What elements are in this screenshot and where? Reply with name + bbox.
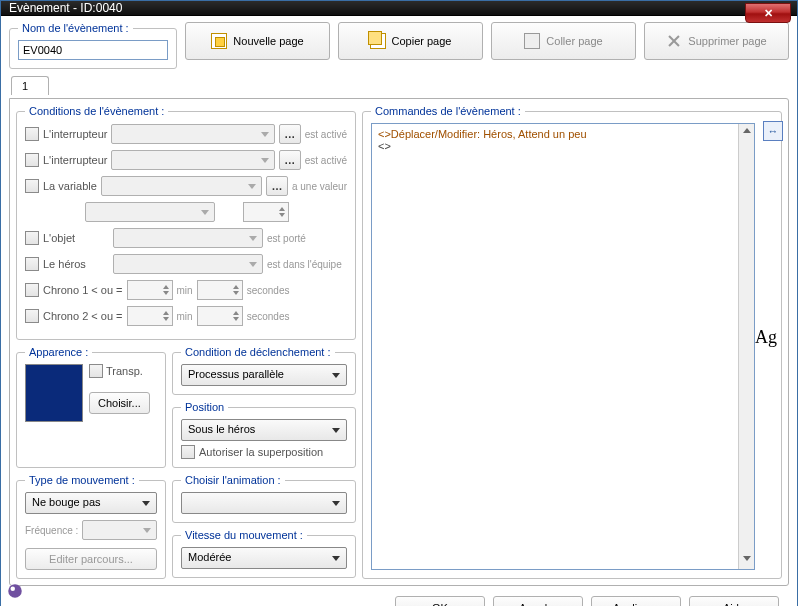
- variable-value-spin[interactable]: [243, 202, 289, 222]
- footer: OK Annuler Appliquer Aide: [9, 590, 789, 606]
- move-type-value: Ne bouge pas: [32, 496, 101, 508]
- ok-button[interactable]: OK: [395, 596, 485, 606]
- command-line-2[interactable]: <>: [378, 140, 748, 152]
- appearance-group: Apparence : Transp. Choisir...: [16, 346, 166, 468]
- variable-suffix: a une valeur: [292, 181, 347, 192]
- paste-page-button[interactable]: Coller page: [491, 22, 636, 60]
- top-row: Nom de l'évènement : Nouvelle page Copie…: [9, 22, 789, 69]
- speed-select[interactable]: Modérée: [181, 547, 347, 569]
- commands-legend: Commandes de l'évènement :: [371, 105, 525, 117]
- event-name-legend: Nom de l'évènement :: [18, 22, 133, 34]
- switch1-select[interactable]: [111, 124, 274, 144]
- commands-list[interactable]: <>Déplacer/Modifier: Héros, Attend un pe…: [371, 123, 755, 570]
- move-type-select[interactable]: Ne bouge pas: [25, 492, 157, 514]
- hero-select[interactable]: [113, 254, 263, 274]
- app-corner-icon: [6, 582, 24, 600]
- tab-1[interactable]: 1: [11, 76, 49, 95]
- tab-1-label: 1: [22, 80, 28, 92]
- event-name-input[interactable]: [18, 40, 168, 60]
- help-button[interactable]: Aide: [689, 596, 779, 606]
- tab-strip: 1: [11, 75, 789, 94]
- trigger-group: Condition de déclenchement : Processus p…: [172, 346, 356, 395]
- speed-group: Vitesse du mouvement : Modérée: [172, 529, 356, 578]
- timer1-check[interactable]: [25, 283, 39, 297]
- position-legend: Position: [181, 401, 228, 413]
- variable-select[interactable]: [101, 176, 262, 196]
- command-line-1[interactable]: <>Déplacer/Modifier: Héros, Attend un pe…: [378, 128, 748, 140]
- switch2-suffix: est activé: [305, 155, 347, 166]
- svg-point-1: [11, 587, 16, 592]
- speed-value: Modérée: [188, 551, 231, 563]
- variable-browse[interactable]: …: [266, 176, 288, 196]
- hero-suffix: est dans l'équipe: [267, 259, 342, 270]
- speed-legend: Vitesse du mouvement :: [181, 529, 307, 541]
- window-body: Nom de l'évènement : Nouvelle page Copie…: [1, 16, 797, 606]
- item-select[interactable]: [113, 228, 263, 248]
- ok-label: OK: [432, 602, 448, 606]
- switch2-check[interactable]: [25, 153, 39, 167]
- position-group: Position Sous le héros Autoriser la supe…: [172, 401, 356, 468]
- switch1-label: L'interrupteur: [43, 128, 107, 140]
- variable-check[interactable]: [25, 179, 39, 193]
- expand-commands-button[interactable]: ↔: [763, 121, 783, 141]
- scroll-down-icon: [743, 556, 751, 561]
- help-label: Aide: [723, 602, 745, 606]
- timer1-min[interactable]: [127, 280, 173, 300]
- freq-select[interactable]: [82, 520, 157, 540]
- timer1-min-lbl: min: [177, 285, 193, 296]
- paste-page-icon: [524, 33, 540, 49]
- apply-button[interactable]: Appliquer: [591, 596, 681, 606]
- transp-label: Transp.: [106, 365, 143, 377]
- overlap-label: Autoriser la superposition: [199, 446, 323, 458]
- trigger-select[interactable]: Processus parallèle: [181, 364, 347, 386]
- scroll-up-icon: [743, 128, 751, 133]
- conditions-group: Conditions de l'évènement : L'interrupte…: [16, 105, 356, 340]
- commands-group: Commandes de l'évènement : <>Déplacer/Mo…: [362, 105, 782, 579]
- variable-op-select[interactable]: [85, 202, 215, 222]
- edit-route-label: Editer parcours...: [49, 553, 133, 565]
- position-value: Sous le héros: [188, 423, 255, 435]
- event-name-group: Nom de l'évènement :: [9, 22, 177, 69]
- commands-scrollbar[interactable]: [738, 124, 754, 569]
- appearance-preview[interactable]: [25, 364, 83, 422]
- choose-graphic-label: Choisir...: [98, 397, 141, 409]
- switch1-check[interactable]: [25, 127, 39, 141]
- new-page-button[interactable]: Nouvelle page: [185, 22, 330, 60]
- timer2-min[interactable]: [127, 306, 173, 326]
- cancel-button[interactable]: Annuler: [493, 596, 583, 606]
- animation-group: Choisir l'animation :: [172, 474, 356, 523]
- delete-page-icon: [666, 33, 682, 49]
- left-column: Conditions de l'évènement : L'interrupte…: [16, 105, 356, 579]
- item-label: L'objet: [43, 232, 109, 244]
- delete-page-button[interactable]: Supprimer page: [644, 22, 789, 60]
- timer2-check[interactable]: [25, 309, 39, 323]
- timer2-sec-lbl: secondes: [247, 311, 290, 322]
- timer1-label: Chrono 1 < ou =: [43, 284, 123, 296]
- edit-route-button[interactable]: Editer parcours...: [25, 548, 157, 570]
- switch2-browse[interactable]: …: [279, 150, 301, 170]
- animation-select[interactable]: [181, 492, 347, 514]
- switch1-suffix: est activé: [305, 129, 347, 140]
- apply-label: Appliquer: [613, 602, 659, 606]
- timer2-min-lbl: min: [177, 311, 193, 322]
- timer1-sec[interactable]: [197, 280, 243, 300]
- switch1-browse[interactable]: …: [279, 124, 301, 144]
- appearance-legend: Apparence :: [25, 346, 92, 358]
- hero-check[interactable]: [25, 257, 39, 271]
- position-select[interactable]: Sous le héros: [181, 419, 347, 441]
- close-button[interactable]: ✕: [745, 3, 791, 23]
- switch2-select[interactable]: [111, 150, 274, 170]
- overlap-check[interactable]: [181, 445, 195, 459]
- trigger-legend: Condition de déclenchement :: [181, 346, 335, 358]
- choose-graphic-button[interactable]: Choisir...: [89, 392, 150, 414]
- timer2-sec[interactable]: [197, 306, 243, 326]
- new-page-icon: [211, 33, 227, 49]
- close-icon: ✕: [764, 7, 773, 20]
- transp-check[interactable]: [89, 364, 103, 378]
- variable-label: La variable: [43, 180, 97, 192]
- item-check[interactable]: [25, 231, 39, 245]
- titlebar: Evènement - ID:0040 ✕: [1, 1, 797, 16]
- copy-page-button[interactable]: Copier page: [338, 22, 483, 60]
- move-type-legend: Type de mouvement :: [25, 474, 139, 486]
- item-suffix: est porté: [267, 233, 306, 244]
